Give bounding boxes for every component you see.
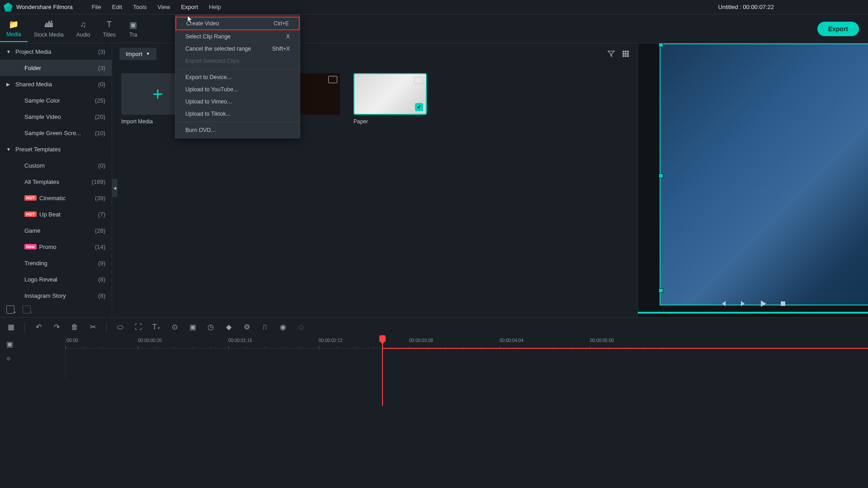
sidebar-item[interactable]: NewPromo(14) xyxy=(0,239,112,255)
sidebar-item[interactable]: Game(28) xyxy=(0,222,112,239)
export-button[interactable]: Export xyxy=(817,22,859,36)
sidebar-item-count: (0) xyxy=(95,162,105,169)
sidebar-item[interactable]: Custom(0) xyxy=(0,157,112,174)
plus-icon: + xyxy=(152,84,163,104)
sidebar-item[interactable]: Sample Color(25) xyxy=(0,92,112,108)
delete-icon[interactable]: 🗑 xyxy=(70,323,79,332)
menu-view[interactable]: View xyxy=(152,0,175,14)
svg-rect-9 xyxy=(781,301,785,306)
dropdown-item-label: Export to Device... xyxy=(185,74,231,80)
tag-icon[interactable]: ⬭ xyxy=(116,323,125,332)
next-frame-icon[interactable] xyxy=(739,300,747,308)
svg-rect-6 xyxy=(623,55,624,57)
menu-tools[interactable]: Tools xyxy=(127,0,152,14)
import-label: Import xyxy=(126,51,142,57)
sidebar-item[interactable]: Preset Templates xyxy=(0,141,112,157)
color-icon[interactable]: ◆ xyxy=(224,323,233,332)
preview-canvas[interactable] xyxy=(660,43,868,305)
resize-handle[interactable] xyxy=(659,174,663,178)
collapse-sidebar-handle[interactable]: ◀ xyxy=(112,179,118,197)
dropdown-item-label: Burn DVD... xyxy=(185,127,216,133)
sidebar-item-label: Shared Media xyxy=(15,81,95,88)
sidebar-item[interactable]: Instagram Story(8) xyxy=(0,287,112,304)
dropdown-item[interactable]: Burn DVD... xyxy=(175,124,300,136)
tab-media[interactable]: 📁 Media xyxy=(0,16,28,42)
cut-icon[interactable]: ✂ xyxy=(88,323,97,332)
track-link-icon[interactable]: ⟐ xyxy=(6,354,14,362)
sidebar-item-label: Cinematic xyxy=(39,195,92,202)
sidebar-item[interactable]: Trending(9) xyxy=(0,255,112,271)
import-button[interactable]: Import ▼ xyxy=(119,48,156,60)
dropdown-item[interactable]: Export to Device... xyxy=(175,71,300,83)
tab-transitions[interactable]: ▣ Tra xyxy=(122,16,145,42)
sidebar-item[interactable]: Project Media(3) xyxy=(0,43,112,60)
menu-help[interactable]: Help xyxy=(203,0,226,14)
ruler-tick: 00:00:05:00 xyxy=(590,338,614,343)
speed-icon[interactable]: ⊙ xyxy=(170,323,179,332)
dropdown-item[interactable]: Upload to Tiktok... xyxy=(175,108,300,120)
dropdown-item[interactable]: Cancel the selected rangeShift+X xyxy=(175,42,300,55)
duration-icon[interactable]: ◷ xyxy=(206,323,215,332)
menu-edit[interactable]: Edit xyxy=(107,0,127,14)
filter-icon[interactable] xyxy=(607,49,616,58)
sidebar-item-label: Trending xyxy=(24,260,95,267)
dropdown-item[interactable]: Select Clip RangeX xyxy=(175,30,300,42)
new-folder-icon[interactable] xyxy=(6,305,14,314)
tab-label: Tra xyxy=(129,32,137,38)
text-icon[interactable]: T₊ xyxy=(152,323,161,332)
ruler-tick: :00:00 xyxy=(66,338,78,343)
resize-handle[interactable] xyxy=(659,43,663,47)
layout-icon[interactable]: ▦ xyxy=(6,323,15,332)
play-icon[interactable] xyxy=(759,300,767,308)
audio-icon: ♫ xyxy=(78,20,88,30)
sidebar-item-label: All Templates xyxy=(24,178,89,185)
menu-export[interactable]: Export xyxy=(175,0,203,14)
sidebar-item[interactable]: Sample Green Scre...(10) xyxy=(0,125,112,141)
dropdown-item[interactable]: Upload to Vimeo... xyxy=(175,95,300,108)
sidebar-item[interactable]: HOTUp Beat(7) xyxy=(0,206,112,222)
ruler-tick: 00:00:04:04 xyxy=(500,338,524,343)
sidebar-item[interactable]: All Templates(189) xyxy=(0,174,112,190)
dropdown-item-label: Cancel the selected range xyxy=(185,46,251,52)
playhead[interactable] xyxy=(382,336,383,406)
timeline-toolbar: ▦ ↶ ↷ 🗑 ✂ ⬭ ⛶ T₊ ⊙ ▣ ◷ ◆ ⚙ ⎍ ◉ ◇ xyxy=(0,317,868,336)
dropdown-item-label: Select Clip Range xyxy=(185,33,231,40)
grid-view-icon[interactable] xyxy=(621,49,630,58)
crop-icon[interactable]: ⛶ xyxy=(134,323,143,332)
sidebar-item-label: Preset Templates xyxy=(15,146,103,153)
tab-stock-media[interactable]: 🏙 Stock Media xyxy=(28,16,70,42)
sidebar-item-label: Up Beat xyxy=(39,211,95,218)
sidebar-item-label: Game xyxy=(24,227,92,234)
dropdown-item[interactable]: Create VideoCtrl+E xyxy=(175,17,300,30)
track-layout-icon[interactable]: ▣ xyxy=(6,340,14,348)
media-label: Paper xyxy=(354,118,427,125)
media-clip-paper[interactable]: ✔ Paper xyxy=(354,73,427,125)
sidebar-item[interactable]: Sample Video(20) xyxy=(0,108,112,125)
svg-rect-0 xyxy=(623,51,624,52)
badge: HOT xyxy=(24,211,37,217)
freeze-icon[interactable]: ▣ xyxy=(188,323,197,332)
tab-audio[interactable]: ♫ Audio xyxy=(70,16,97,42)
dropdown-item: Export Selected Clips xyxy=(175,55,300,67)
adjust-icon[interactable]: ⚙ xyxy=(242,323,251,332)
sidebar-item[interactable]: Shared Media(0) xyxy=(0,76,112,92)
stop-icon[interactable] xyxy=(779,300,787,308)
sidebar-item-count: (3) xyxy=(95,48,105,55)
undo-icon[interactable]: ↶ xyxy=(34,323,43,332)
tab-titles[interactable]: T Titles xyxy=(96,16,122,42)
sidebar-item[interactable]: Folder(3) xyxy=(0,60,112,76)
sidebar-item-count: (9) xyxy=(95,260,105,267)
caret-icon xyxy=(6,82,12,87)
audio-icon[interactable]: ⎍ xyxy=(260,323,269,332)
new-bin-icon[interactable] xyxy=(23,305,31,314)
keyframe-icon[interactable]: ◇ xyxy=(297,323,306,332)
timeline-ruler[interactable]: :00:0000:00:00:2000:00:01:1600:00:02:120… xyxy=(66,336,868,379)
menu-file[interactable]: File xyxy=(86,0,107,14)
sidebar-item[interactable]: Logo Reveal(8) xyxy=(0,271,112,287)
prev-frame-icon[interactable] xyxy=(719,300,727,308)
dropdown-item[interactable]: Upload to YouTube... xyxy=(175,83,300,95)
folder-icon: 📁 xyxy=(9,19,19,29)
sidebar-item[interactable]: HOTCinematic(39) xyxy=(0,190,112,206)
effects-icon[interactable]: ◉ xyxy=(278,323,288,332)
redo-icon[interactable]: ↷ xyxy=(52,323,61,332)
